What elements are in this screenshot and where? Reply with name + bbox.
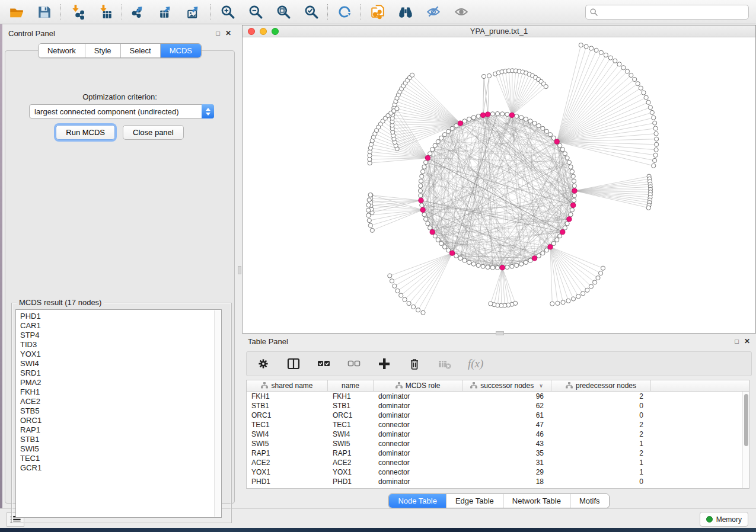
mcds-result-item[interactable]: SWI4 <box>20 359 221 368</box>
leaf-node[interactable] <box>407 302 411 306</box>
mcds-result-item[interactable]: ORC1 <box>20 416 221 425</box>
ring-node[interactable] <box>471 262 476 266</box>
ring-node[interactable] <box>528 258 532 262</box>
tab-mcds[interactable]: MCDS <box>160 44 201 57</box>
mcds-result-item[interactable]: PMA2 <box>20 378 221 387</box>
cell-MCDS-role[interactable]: dominator <box>374 449 462 457</box>
export-network-icon[interactable] <box>130 4 146 20</box>
leaf-node[interactable] <box>613 59 617 63</box>
close-panel-button[interactable]: Close panel <box>123 125 184 140</box>
cell-name[interactable]: PHD1 <box>328 477 374 486</box>
table-tab-motifs[interactable]: Motifs <box>570 494 609 508</box>
cell-predecessor-nodes[interactable]: 2 <box>551 430 651 438</box>
memory-button[interactable]: Memory <box>700 512 748 527</box>
mcds-result-item[interactable]: TID3 <box>20 340 221 350</box>
column-header-name[interactable]: name <box>328 380 374 391</box>
ring-node[interactable] <box>430 148 435 152</box>
leaf-node[interactable] <box>653 126 658 130</box>
mcds-hub-node[interactable] <box>560 230 565 235</box>
ring-node[interactable] <box>572 194 576 198</box>
ring-node[interactable] <box>428 226 432 230</box>
leaf-node[interactable] <box>579 43 583 47</box>
ring-node[interactable] <box>495 265 499 270</box>
ring-node[interactable] <box>555 238 559 242</box>
mcds-result-item[interactable]: YOX1 <box>20 350 221 359</box>
leaf-node[interactable] <box>393 284 397 288</box>
cell-MCDS-role[interactable]: dominator <box>374 477 462 486</box>
leaf-node[interactable] <box>487 73 491 78</box>
show-hidden-icon[interactable] <box>453 4 469 20</box>
leaf-node[interactable] <box>655 142 659 146</box>
mcds-result-list[interactable]: PHD1CAR1STP4TID3YOX1SWI4SRD1PMA2FKH1ACE2… <box>15 309 222 518</box>
leaf-node[interactable] <box>421 310 425 315</box>
cell-predecessor-nodes[interactable]: 2 <box>551 449 651 457</box>
vertical-splitter[interactable] <box>237 24 242 508</box>
table-row[interactable]: STB1STB1dominator620 <box>247 401 749 411</box>
cell-shared-name[interactable]: SWI4 <box>247 430 328 438</box>
leaf-node[interactable] <box>596 276 600 280</box>
mcds-hub-node[interactable] <box>548 245 553 249</box>
ring-node[interactable] <box>454 124 458 128</box>
mcds-result-item[interactable]: SRD1 <box>20 368 221 378</box>
ring-node[interactable] <box>572 179 576 183</box>
cell-successor-nodes[interactable]: 35 <box>462 449 551 457</box>
tab-network[interactable]: Network <box>39 44 85 57</box>
ring-node[interactable] <box>572 184 576 188</box>
leaf-node[interactable] <box>399 293 403 297</box>
cell-predecessor-nodes[interactable]: 1 <box>551 440 651 448</box>
cell-predecessor-nodes[interactable]: 0 <box>551 402 651 410</box>
ring-node[interactable] <box>541 126 545 130</box>
ring-node[interactable] <box>433 234 437 238</box>
cell-shared-name[interactable]: TEC1 <box>247 421 328 429</box>
cell-MCDS-role[interactable]: dominator <box>374 411 462 419</box>
leaf-node[interactable] <box>395 107 399 111</box>
leaf-node[interactable] <box>653 153 658 157</box>
mcds-hub-node[interactable] <box>567 217 572 222</box>
ring-node[interactable] <box>541 251 545 255</box>
leaf-node[interactable] <box>629 73 633 77</box>
leaf-node[interactable] <box>416 308 420 312</box>
leaf-node[interactable] <box>550 302 554 306</box>
leaf-node[interactable] <box>599 271 603 275</box>
leaf-node[interactable] <box>650 110 654 114</box>
leaf-node[interactable] <box>412 305 416 309</box>
leaf-node[interactable] <box>608 56 613 60</box>
ring-node[interactable] <box>544 129 548 133</box>
ring-node[interactable] <box>519 262 524 266</box>
cell-name[interactable]: FKH1 <box>328 392 374 400</box>
cell-MCDS-role[interactable]: dominator <box>374 402 462 410</box>
leaf-node[interactable] <box>601 266 605 270</box>
leaf-node[interactable] <box>639 86 643 90</box>
run-mcds-button[interactable]: Run MCDS <box>56 125 115 140</box>
ring-node[interactable] <box>420 203 424 207</box>
ring-node[interactable] <box>419 179 423 183</box>
leaf-node[interactable] <box>556 301 560 305</box>
mcds-hub-node[interactable] <box>450 251 455 255</box>
leaf-node[interactable] <box>367 219 371 223</box>
leaf-node[interactable] <box>581 291 585 296</box>
table-row[interactable]: RAP1RAP1dominator352 <box>247 448 749 458</box>
ring-node[interactable] <box>571 174 575 178</box>
column-header-predecessor-nodes[interactable]: predecessor nodes <box>551 380 651 391</box>
leaf-node[interactable] <box>589 46 594 50</box>
ring-node[interactable] <box>424 161 428 165</box>
ring-node[interactable] <box>467 117 471 121</box>
ring-node[interactable] <box>436 238 440 242</box>
cell-name[interactable]: TEC1 <box>328 421 374 429</box>
leaf-node[interactable] <box>561 300 565 305</box>
ring-node[interactable] <box>446 129 451 133</box>
cell-successor-nodes[interactable]: 62 <box>462 402 551 410</box>
cell-name[interactable]: SWI5 <box>328 440 374 448</box>
ring-node[interactable] <box>421 169 425 174</box>
cell-shared-name[interactable]: ACE2 <box>247 459 328 467</box>
cell-successor-nodes[interactable]: 96 <box>462 392 551 400</box>
ring-node[interactable] <box>572 198 576 203</box>
cell-predecessor-nodes[interactable]: 2 <box>551 392 651 400</box>
ring-node[interactable] <box>490 265 495 270</box>
leaf-node[interactable] <box>653 121 657 125</box>
ring-node[interactable] <box>476 263 480 267</box>
mcds-result-item[interactable]: CAR1 <box>20 321 221 331</box>
leaf-node[interactable] <box>367 198 371 202</box>
ring-node[interactable] <box>486 265 490 269</box>
ring-node[interactable] <box>471 116 476 120</box>
